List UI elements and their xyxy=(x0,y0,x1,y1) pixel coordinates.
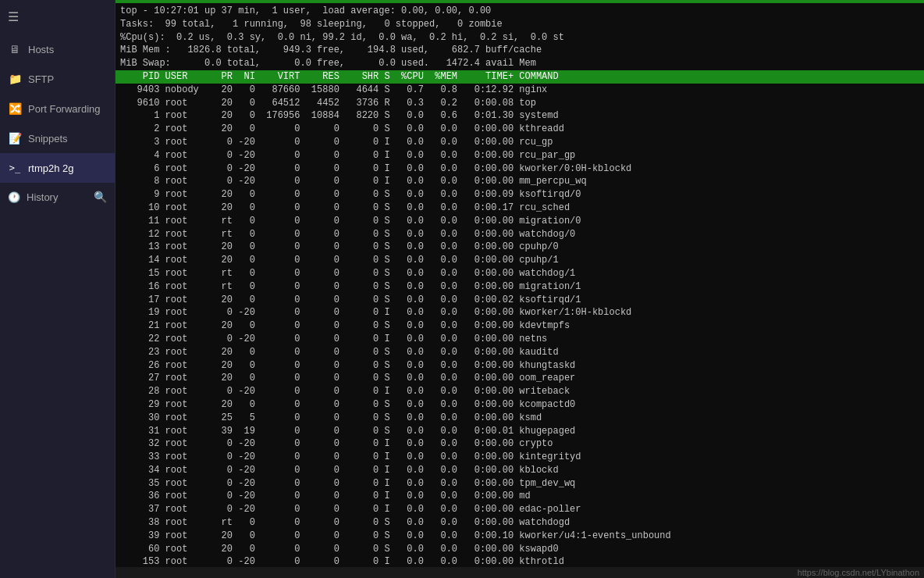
terminal-line: 9403 nobody 20 0 87660 15880 4644 S 0.7 … xyxy=(116,84,924,97)
terminal-line: 39 root 20 0 0 0 0 S 0.0 0.0 0:00.10 kwo… xyxy=(116,530,924,543)
sftp-icon: 📁 xyxy=(8,72,22,86)
terminal-line: 3 root 0 -20 0 0 0 I 0.0 0.0 0:00.00 rcu… xyxy=(116,136,924,149)
sidebar-item-snippets[interactable]: 📝 Snippets xyxy=(0,123,115,153)
sidebar-item-port-forwarding[interactable]: 🔀 Port Forwarding xyxy=(0,94,115,123)
terminal-line: 34 root 0 -20 0 0 0 I 0.0 0.0 0:00.00 kb… xyxy=(116,464,924,477)
terminal-line: Tasks: 99 total, 1 running, 98 sleeping,… xyxy=(116,18,924,31)
main-content: top - 10:27:01 up 37 min, 1 user, load a… xyxy=(116,0,924,578)
terminal-line: 13 root 20 0 0 0 0 S 0.0 0.0 0:00.00 cpu… xyxy=(116,241,924,254)
terminal-line: 36 root 0 -20 0 0 0 I 0.0 0.0 0:00.00 md xyxy=(116,490,924,503)
search-icon[interactable]: 🔍 xyxy=(94,191,107,203)
sidebar-item-history-label: History xyxy=(27,191,58,203)
terminal-line: 2 root 20 0 0 0 0 S 0.0 0.0 0:00.00 kthr… xyxy=(116,123,924,136)
terminal-line: 4 root 0 -20 0 0 0 I 0.0 0.0 0:00.00 rcu… xyxy=(116,149,924,162)
terminal-line: 16 root rt 0 0 0 0 S 0.0 0.0 0:00.00 mig… xyxy=(116,280,924,294)
sidebar-item-hosts-label: Hosts xyxy=(28,44,54,55)
terminal-line: 17 root 20 0 0 0 0 S 0.0 0.0 0:00.02 kso… xyxy=(116,294,924,307)
terminal-content[interactable]: top - 10:27:01 up 37 min, 1 user, load a… xyxy=(116,3,924,567)
terminal-line: 14 root 20 0 0 0 0 S 0.0 0.0 0:00.00 cpu… xyxy=(116,254,924,267)
terminal-line: 6 root 0 -20 0 0 0 I 0.0 0.0 0:00.00 kwo… xyxy=(116,162,924,176)
terminal-icon: >_ xyxy=(8,161,22,175)
terminal-line: 38 root rt 0 0 0 0 S 0.0 0.0 0:00.00 wat… xyxy=(116,516,924,530)
terminal-line: 11 root rt 0 0 0 0 S 0.0 0.0 0:00.00 mig… xyxy=(116,215,924,228)
terminal-line: 15 root rt 0 0 0 0 S 0.0 0.0 0:00.00 wat… xyxy=(116,267,924,280)
sidebar-item-snippets-label: Snippets xyxy=(28,133,68,144)
terminal-line: %Cpu(s): 0.2 us, 0.3 sy, 0.0 ni, 99.2 id… xyxy=(116,31,924,45)
terminal-line: 28 root 0 -20 0 0 0 I 0.0 0.0 0:00.00 wr… xyxy=(116,385,924,398)
terminal-line: 33 root 0 -20 0 0 0 I 0.0 0.0 0:00.00 ki… xyxy=(116,451,924,464)
terminal-line: 37 root 0 -20 0 0 0 I 0.0 0.0 0:00.00 ed… xyxy=(116,503,924,516)
terminal-line: 19 root 0 -20 0 0 0 I 0.0 0.0 0:00.00 kw… xyxy=(116,306,924,319)
terminal-line: 29 root 20 0 0 0 0 S 0.0 0.0 0:00.00 kco… xyxy=(116,398,924,412)
terminal-line: 26 root 20 0 0 0 0 S 0.0 0.0 0:00.00 khu… xyxy=(116,359,924,373)
sidebar-header: ☰ xyxy=(0,0,115,34)
terminal-line: 12 root rt 0 0 0 0 S 0.0 0.0 0:00.00 wat… xyxy=(116,228,924,241)
terminal-line: top - 10:27:01 up 37 min, 1 user, load a… xyxy=(116,5,924,18)
terminal-line: 21 root 20 0 0 0 0 S 0.0 0.0 0:00.00 kde… xyxy=(116,319,924,333)
terminal-line: 153 root 0 -20 0 0 0 I 0.0 0.0 0:00.00 k… xyxy=(116,555,924,567)
terminal-line: 1 root 20 0 176956 10884 8220 S 0.0 0.6 … xyxy=(116,109,924,123)
hosts-icon: 🖥 xyxy=(8,42,22,56)
menu-icon[interactable]: ☰ xyxy=(8,9,19,25)
terminal-line: 27 root 20 0 0 0 0 S 0.0 0.0 0:00.00 oom… xyxy=(116,372,924,385)
terminal-line: MiB Mem : 1826.8 total, 949.3 free, 194.… xyxy=(116,44,924,57)
sidebar: ☰ 🖥 Hosts 📁 SFTP 🔀 Port Forwarding 📝 Sni… xyxy=(0,0,116,578)
terminal-line: 9 root 20 0 0 0 0 S 0.0 0.0 0:00.09 ksof… xyxy=(116,188,924,202)
terminal-line: 10 root 20 0 0 0 0 S 0.0 0.0 0:00.17 rcu… xyxy=(116,202,924,215)
port-forwarding-icon: 🔀 xyxy=(8,102,22,116)
sidebar-item-rtmp2h-label: rtmp2h 2g xyxy=(28,162,74,174)
sidebar-item-sftp-label: SFTP xyxy=(28,73,54,85)
terminal-line: 22 root 0 -20 0 0 0 I 0.0 0.0 0:00.00 ne… xyxy=(116,333,924,346)
terminal-line: PID USER PR NI VIRT RES SHR S %CPU %MEM … xyxy=(116,70,924,84)
history-icon: 🕐 xyxy=(8,191,20,203)
status-bar: https://blog.csdn.net/LYbinathon xyxy=(116,567,924,578)
terminal-line: 8 root 0 -20 0 0 0 I 0.0 0.0 0:00.00 mm_… xyxy=(116,175,924,188)
terminal-line: 30 root 25 5 0 0 0 S 0.0 0.0 0:00.00 ksm… xyxy=(116,412,924,425)
terminal-line: 60 root 20 0 0 0 0 S 0.0 0.0 0:00.00 ksw… xyxy=(116,543,924,556)
sidebar-item-rtmp2h[interactable]: >_ rtmp2h 2g xyxy=(0,153,115,183)
terminal-line: 32 root 0 -20 0 0 0 I 0.0 0.0 0:00.00 cr… xyxy=(116,437,924,451)
sidebar-item-sftp[interactable]: 📁 SFTP xyxy=(0,64,115,94)
terminal-line: 9610 root 20 0 64512 4452 3736 R 0.3 0.2… xyxy=(116,97,924,110)
status-url: https://blog.csdn.net/LYbinathon xyxy=(798,568,919,577)
terminal-line: 23 root 20 0 0 0 0 S 0.0 0.0 0:00.00 kau… xyxy=(116,346,924,359)
sidebar-item-hosts[interactable]: 🖥 Hosts xyxy=(0,34,115,64)
terminal-line: 35 root 0 -20 0 0 0 I 0.0 0.0 0:00.00 tp… xyxy=(116,477,924,491)
sidebar-item-history[interactable]: 🕐 History 🔍 xyxy=(0,183,115,211)
sidebar-item-port-forwarding-label: Port Forwarding xyxy=(28,103,100,115)
terminal-line: MiB Swap: 0.0 total, 0.0 free, 0.0 used.… xyxy=(116,57,924,70)
terminal-line: 31 root 39 19 0 0 0 S 0.0 0.0 0:00.01 kh… xyxy=(116,425,924,438)
snippets-icon: 📝 xyxy=(8,131,22,145)
